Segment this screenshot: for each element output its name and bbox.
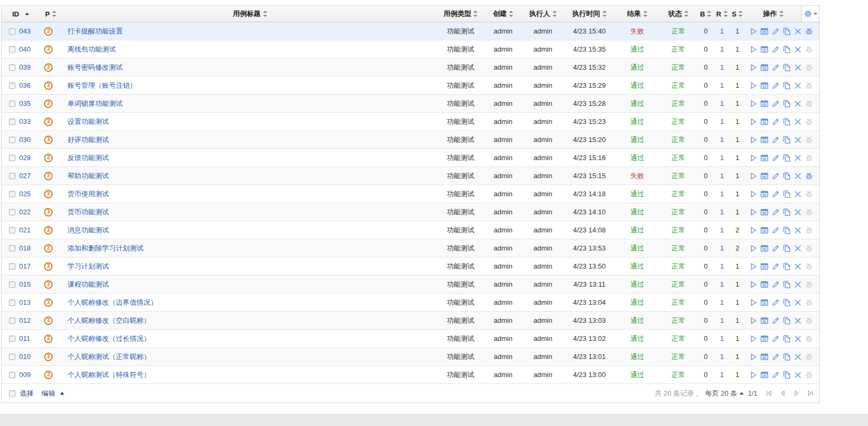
last-page-button[interactable] <box>805 389 815 398</box>
delete-case-button[interactable] <box>793 262 802 271</box>
bug-button[interactable] <box>804 171 813 180</box>
view-results-button[interactable] <box>760 370 769 379</box>
case-title-link[interactable]: 好评功能测试 <box>67 135 109 145</box>
run-case-button[interactable] <box>748 45 758 54</box>
delete-case-button[interactable] <box>793 117 802 126</box>
delete-case-button[interactable] <box>793 63 802 72</box>
result-count-link[interactable]: 1 <box>720 335 724 343</box>
view-results-button[interactable] <box>760 244 769 253</box>
batch-edit-button[interactable]: 编辑 <box>41 389 64 398</box>
edit-case-button[interactable] <box>771 352 780 361</box>
view-results-button[interactable] <box>760 63 769 72</box>
delete-case-button[interactable] <box>793 99 802 108</box>
result-count-link[interactable]: 1 <box>720 27 724 35</box>
result-count-link[interactable]: 1 <box>720 154 724 162</box>
result-count-link[interactable]: 1 <box>720 81 724 89</box>
row-checkbox[interactable] <box>9 82 15 89</box>
case-id-link[interactable]: 027 <box>19 172 31 180</box>
row-checkbox[interactable] <box>9 318 15 324</box>
result-count-link[interactable]: 1 <box>720 226 724 234</box>
case-title-link[interactable]: 个人昵称测试（正常昵称） <box>67 352 150 362</box>
copy-case-button[interactable] <box>782 171 791 180</box>
case-id-link[interactable]: 018 <box>19 244 31 252</box>
column-header-results[interactable]: R <box>714 6 729 22</box>
case-title-link[interactable]: 货币使用测试 <box>67 189 109 199</box>
case-title-link[interactable]: 货币功能测试 <box>67 207 109 217</box>
column-header-steps[interactable]: S <box>729 6 745 22</box>
case-title-link[interactable]: 设置功能测试 <box>67 117 109 127</box>
delete-case-button[interactable] <box>793 135 802 144</box>
run-case-button[interactable] <box>748 280 758 289</box>
row-checkbox[interactable] <box>9 155 15 161</box>
case-id-link[interactable]: 035 <box>19 99 31 107</box>
select-all-checkbox[interactable] <box>9 390 15 397</box>
run-case-button[interactable] <box>748 99 758 108</box>
first-page-button[interactable] <box>764 389 773 398</box>
view-results-button[interactable] <box>760 45 769 54</box>
copy-case-button[interactable] <box>782 207 791 216</box>
edit-case-button[interactable] <box>771 225 780 235</box>
row-checkbox[interactable] <box>9 101 15 107</box>
case-id-link[interactable]: 025 <box>19 190 31 198</box>
case-title-link[interactable]: 打卡提醒功能设置 <box>67 27 123 36</box>
view-results-button[interactable] <box>760 99 769 108</box>
column-header-bugs[interactable]: B <box>697 6 714 22</box>
edit-case-button[interactable] <box>771 81 780 90</box>
view-results-button[interactable] <box>760 334 769 343</box>
column-header-priority[interactable]: P <box>41 6 63 22</box>
case-title-link[interactable]: 帮助功能测试 <box>67 171 109 181</box>
edit-case-button[interactable] <box>771 316 780 325</box>
run-case-button[interactable] <box>748 298 758 307</box>
row-checkbox[interactable] <box>9 227 15 233</box>
case-title-link[interactable]: 单词锁屏功能测试 <box>67 99 123 108</box>
copy-case-button[interactable] <box>782 280 791 289</box>
copy-case-button[interactable] <box>782 189 791 198</box>
copy-case-button[interactable] <box>782 298 791 307</box>
run-case-button[interactable] <box>748 244 758 253</box>
run-case-button[interactable] <box>748 153 758 162</box>
run-case-button[interactable] <box>748 207 758 216</box>
result-count-link[interactable]: 1 <box>720 280 724 288</box>
edit-case-button[interactable] <box>771 135 780 144</box>
result-count-link[interactable]: 1 <box>720 172 724 180</box>
case-title-link[interactable]: 个人昵称修改（过长情况） <box>67 334 150 344</box>
edit-case-button[interactable] <box>771 207 780 216</box>
bug-button[interactable] <box>804 298 813 307</box>
result-count-link[interactable]: 1 <box>720 118 724 126</box>
run-case-button[interactable] <box>748 370 758 379</box>
delete-case-button[interactable] <box>793 207 802 216</box>
row-checkbox[interactable] <box>9 64 15 71</box>
edit-case-button[interactable] <box>771 27 780 36</box>
view-results-button[interactable] <box>760 189 769 198</box>
column-config-button[interactable] <box>801 6 819 22</box>
case-id-link[interactable]: 012 <box>19 316 31 324</box>
case-id-link[interactable]: 043 <box>19 27 31 35</box>
bug-button[interactable] <box>804 280 813 289</box>
case-id-link[interactable]: 010 <box>19 353 31 361</box>
delete-case-button[interactable] <box>793 280 802 289</box>
row-checkbox[interactable] <box>9 209 15 215</box>
edit-case-button[interactable] <box>771 99 780 108</box>
case-id-link[interactable]: 030 <box>19 136 31 144</box>
copy-case-button[interactable] <box>782 63 791 72</box>
run-case-button[interactable] <box>748 171 758 180</box>
run-case-button[interactable] <box>748 135 758 144</box>
edit-case-button[interactable] <box>771 370 780 379</box>
bug-button[interactable] <box>804 27 813 36</box>
row-checkbox[interactable] <box>9 28 15 35</box>
edit-case-button[interactable] <box>771 45 780 54</box>
actions-sort-control[interactable]: 操作 <box>745 6 801 22</box>
result-count-link[interactable]: 1 <box>720 316 724 324</box>
case-title-link[interactable]: 个人昵称修改（边界值情况） <box>67 298 157 307</box>
case-title-link[interactable]: 个人昵称测试（特殊符号） <box>67 370 150 380</box>
column-header-result[interactable]: 结果 <box>615 6 660 22</box>
row-checkbox[interactable] <box>9 372 15 378</box>
case-id-link[interactable]: 017 <box>19 262 31 270</box>
column-header-executor[interactable]: 执行人 <box>522 6 564 22</box>
run-case-button[interactable] <box>748 27 758 36</box>
case-id-link[interactable]: 036 <box>19 81 31 89</box>
copy-case-button[interactable] <box>782 27 791 36</box>
run-case-button[interactable] <box>748 63 758 72</box>
view-results-button[interactable] <box>760 298 769 307</box>
case-title-link[interactable]: 离线包功能测试 <box>67 45 116 54</box>
